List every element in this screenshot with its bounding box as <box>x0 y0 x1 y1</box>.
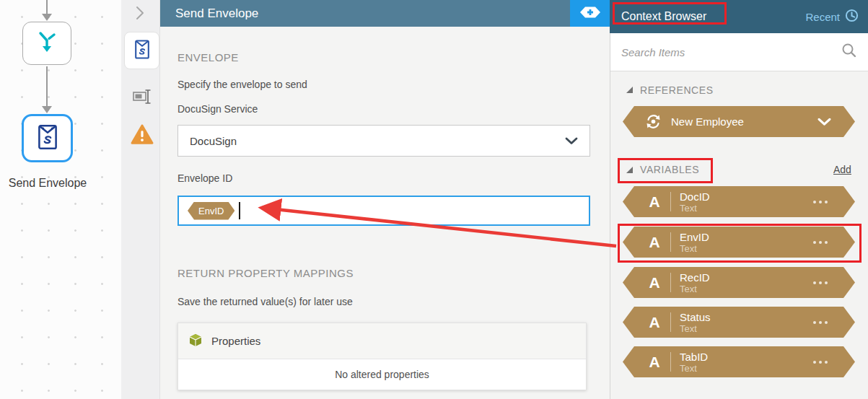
tab-rename[interactable] <box>124 79 159 117</box>
properties-label: Properties <box>211 335 260 347</box>
connector-line <box>46 66 48 107</box>
token-divider <box>670 352 671 372</box>
tab-envelope-settings[interactable] <box>124 32 159 69</box>
variable-name: DocID <box>680 190 710 203</box>
docusign-service-select[interactable]: DocuSign <box>177 125 590 157</box>
merge-icon <box>32 27 61 59</box>
add-variable-link[interactable]: Add <box>833 164 851 175</box>
variable-token-recid[interactable]: A RecID Text <box>623 267 855 298</box>
search-icon[interactable] <box>841 43 857 61</box>
token-divider <box>670 192 671 211</box>
text-variable-icon: A <box>646 193 663 211</box>
variable-menu-button[interactable] <box>813 241 828 244</box>
variable-menu-button[interactable] <box>813 281 828 284</box>
reference-token-label: New Employee <box>671 115 744 128</box>
docusign-envelope-icon <box>36 123 59 154</box>
workflow-designer: Send Envelope <box>0 0 868 399</box>
workflow-canvas[interactable]: Send Envelope <box>0 0 121 399</box>
envid-token-chip[interactable]: EnvID <box>188 202 234 220</box>
variable-token-tabid[interactable]: A TabID Text <box>623 346 855 377</box>
cube-icon <box>189 333 202 349</box>
references-heading: REFERENCES <box>640 84 714 96</box>
variables-heading: VARIABLES <box>640 164 699 175</box>
panel-rail <box>121 0 160 399</box>
docusign-service-label: DocuSign Service <box>177 103 258 115</box>
docusign-service-value: DocuSign <box>190 135 237 147</box>
variable-type: Text <box>680 284 710 294</box>
send-envelope-node[interactable] <box>22 114 73 162</box>
variable-name: EnvID <box>680 231 709 243</box>
variable-name: RecID <box>680 271 710 284</box>
recent-button[interactable]: Recent <box>805 9 859 25</box>
return-mappings-heading: RETURN PROPERTY MAPPINGS <box>177 267 354 279</box>
node-label: Send Envelope <box>1 177 94 190</box>
variable-name: TabID <box>680 351 708 363</box>
properties-card-header: Properties <box>178 323 586 359</box>
variable-menu-button[interactable] <box>813 321 828 324</box>
tab-warnings[interactable] <box>124 117 159 154</box>
merge-node[interactable] <box>22 22 71 65</box>
envelope-id-input[interactable]: EnvID <box>177 196 590 226</box>
text-variable-icon: A <box>646 314 663 331</box>
variable-type: Text <box>680 203 710 214</box>
context-search-bar <box>610 33 868 71</box>
envelope-section-description: Specify the envelope to send <box>177 79 307 90</box>
expand-panel-icon[interactable] <box>134 5 146 24</box>
clock-icon <box>845 9 859 25</box>
return-mappings-description: Save the returned value(s) for later use <box>177 296 353 307</box>
text-variable-icon: A <box>646 234 663 251</box>
envelope-section-heading: ENVELOPE <box>177 51 239 63</box>
chevron-down-icon <box>565 135 578 147</box>
rename-icon <box>132 88 152 108</box>
reference-token-new-employee[interactable]: New Employee <box>623 106 855 137</box>
properties-card: Properties No altered properties <box>177 323 587 390</box>
token-divider <box>670 273 671 292</box>
envelope-tab-icon <box>133 39 151 63</box>
variable-token-status[interactable]: A Status Text <box>623 307 855 338</box>
variable-token-envid[interactable]: A EnvID Text <box>623 227 855 258</box>
variable-type: Text <box>680 323 711 334</box>
envelope-id-label: Envelope ID <box>177 172 232 184</box>
token-divider <box>670 232 671 252</box>
token-plus-icon <box>579 5 602 22</box>
panel-header: Send Envelope <box>160 0 570 27</box>
panel-title: Send Envelope <box>175 6 258 21</box>
add-token-button[interactable] <box>570 0 610 27</box>
chevron-down-icon[interactable] <box>817 118 831 126</box>
text-variable-icon: A <box>646 354 663 371</box>
context-browser-title: Context Browser <box>621 10 706 23</box>
variable-menu-button[interactable] <box>813 201 828 203</box>
variable-menu-button[interactable] <box>813 361 828 364</box>
text-cursor <box>239 202 240 219</box>
variable-token-docid[interactable]: A DocID Text <box>623 186 855 217</box>
token-divider <box>670 312 671 332</box>
connector-line <box>46 0 48 14</box>
warning-triangle-icon <box>131 124 154 148</box>
context-browser-header: Context Browser Recent <box>610 0 868 33</box>
variable-type: Text <box>680 243 709 254</box>
text-variable-icon: A <box>646 274 663 291</box>
connector-arrowhead <box>42 14 52 21</box>
connector-arrowhead <box>42 106 52 113</box>
variable-type: Text <box>680 363 708 374</box>
variable-name: Status <box>680 311 711 323</box>
properties-empty-message: No altered properties <box>178 359 586 390</box>
search-input[interactable] <box>621 46 841 58</box>
smartobject-refresh-icon <box>645 113 662 130</box>
recent-label: Recent <box>805 11 840 23</box>
